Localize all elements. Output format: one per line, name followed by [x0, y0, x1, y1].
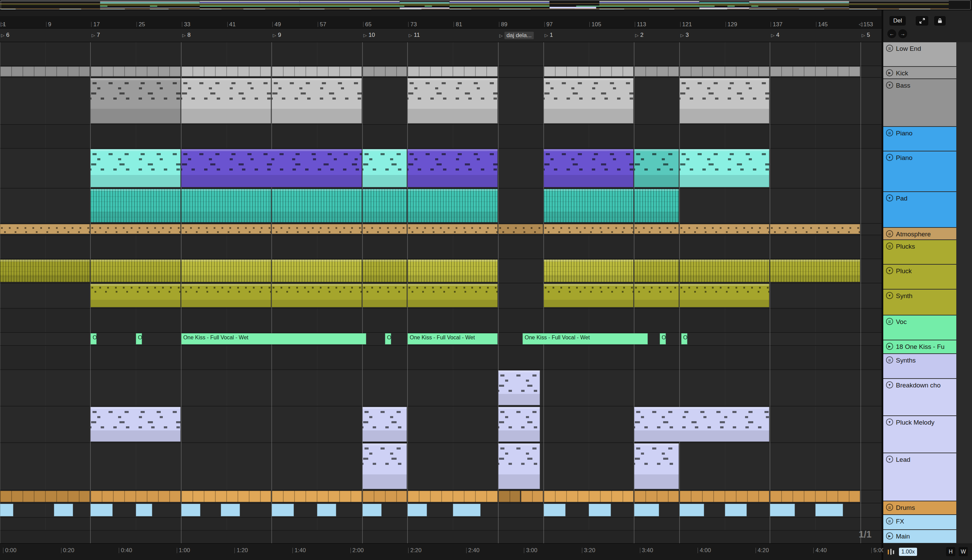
loop-end-brace[interactable]: ◁ — [859, 21, 863, 27]
delete-button[interactable]: Del — [889, 16, 906, 26]
track-lane-plucks[interactable] — [0, 235, 882, 259]
clip[interactable] — [362, 284, 407, 307]
locator-marker[interactable]: ▷5 — [862, 32, 870, 38]
locator-marker[interactable]: ▷2 — [635, 32, 643, 38]
clip[interactable] — [680, 78, 769, 123]
clip[interactable] — [90, 407, 180, 442]
clip[interactable] — [634, 407, 769, 442]
clip[interactable] — [680, 491, 769, 502]
clip[interactable] — [362, 224, 407, 234]
clip[interactable]: One Kiss - Full Vocal - Wet — [181, 333, 366, 345]
clip[interactable] — [272, 491, 361, 502]
locator-marker[interactable]: ▷daj dela... — [499, 32, 534, 39]
clip[interactable] — [90, 260, 180, 282]
track-lane-main[interactable] — [0, 518, 882, 531]
clip[interactable] — [181, 491, 271, 502]
zoom-width-button[interactable]: W — [959, 547, 968, 556]
play-arrow-icon[interactable]: ▶ — [886, 343, 893, 350]
clip[interactable] — [408, 284, 497, 307]
clip[interactable] — [90, 149, 180, 187]
track-display-area[interactable]: OOOne Kiss - Full Vocal - WetOOne Kiss -… — [0, 42, 882, 543]
clip[interactable] — [181, 224, 271, 234]
clip[interactable]: One Kiss - Full Vocal - Wet — [408, 333, 497, 345]
clip[interactable] — [634, 491, 679, 502]
group-unfold-icon[interactable]: ≡ — [886, 357, 893, 363]
clip[interactable] — [90, 189, 180, 222]
zoom-height-button[interactable]: H — [946, 547, 955, 556]
clip[interactable] — [408, 224, 497, 234]
clip[interactable]: O — [660, 333, 666, 345]
clip[interactable] — [815, 504, 843, 516]
clip[interactable] — [634, 189, 679, 222]
locator-marker[interactable]: ▷11 — [409, 32, 420, 38]
clip[interactable] — [90, 491, 180, 502]
track-header-bass[interactable]: ▼Bass — [883, 79, 956, 126]
clip[interactable] — [362, 260, 407, 282]
track-lane-piano[interactable] — [0, 149, 882, 188]
clip[interactable] — [90, 504, 112, 516]
track-lane-atmosphere[interactable] — [0, 224, 882, 235]
clip[interactable] — [362, 149, 407, 187]
time-ruler[interactable]: 0:000:200:401:001:201:402:002:202:403:00… — [0, 543, 882, 560]
clip[interactable] — [272, 504, 294, 516]
clip[interactable] — [408, 78, 497, 123]
clip[interactable] — [544, 224, 633, 234]
clip[interactable] — [680, 504, 705, 516]
clip[interactable]: O — [136, 333, 142, 345]
clip[interactable] — [272, 189, 361, 222]
clip[interactable] — [408, 491, 497, 502]
track-lane-pluck-melody[interactable] — [0, 407, 882, 443]
fold-arrow-icon[interactable]: ▼ — [886, 381, 893, 388]
track-lane-pluck[interactable] — [0, 259, 882, 283]
track-lane-drums[interactable] — [0, 490, 882, 503]
track-header-breakdown-cho[interactable]: ▼Breakdown cho — [883, 379, 956, 415]
clip[interactable] — [408, 260, 497, 282]
group-unfold-icon[interactable]: ≡ — [886, 45, 893, 52]
clip[interactable] — [362, 491, 407, 502]
clip[interactable] — [544, 78, 633, 123]
clip[interactable] — [544, 149, 633, 187]
back-arrow-button[interactable]: ← — [887, 29, 896, 38]
locator-marker[interactable]: ▷3 — [681, 32, 689, 38]
clip[interactable] — [136, 504, 152, 516]
track-lane-synth[interactable] — [0, 283, 882, 308]
fold-arrow-icon[interactable]: ▼ — [886, 194, 893, 202]
track-header-lead[interactable]: ▼Lead — [883, 453, 956, 501]
clip[interactable] — [408, 149, 497, 187]
clip[interactable] — [544, 189, 633, 222]
locator-marker[interactable]: ▷9 — [273, 32, 281, 38]
locator-marker[interactable]: ▷8 — [182, 32, 190, 38]
clip[interactable] — [181, 78, 271, 123]
clip[interactable] — [544, 260, 633, 282]
clip[interactable] — [770, 224, 860, 234]
fold-arrow-icon[interactable]: ▼ — [886, 267, 893, 274]
clip[interactable] — [498, 491, 520, 502]
clip[interactable] — [0, 491, 90, 502]
track-lane-synths[interactable] — [0, 346, 882, 370]
clip[interactable] — [0, 260, 90, 282]
track-header-pluck[interactable]: ▼Pluck — [883, 265, 956, 289]
clip[interactable] — [362, 504, 382, 516]
clip[interactable] — [90, 67, 180, 77]
group-unfold-icon[interactable]: ≡ — [886, 242, 893, 250]
clip[interactable] — [317, 504, 336, 516]
clip[interactable] — [181, 149, 362, 187]
clip[interactable] — [408, 67, 497, 77]
group-unfold-icon[interactable]: ≡ — [886, 129, 893, 137]
clip[interactable] — [272, 224, 361, 234]
playback-speed-field[interactable]: 1.00x — [899, 548, 917, 556]
arrangement-overview[interactable] — [0, 0, 972, 10]
track-header-synth[interactable]: ▼Synth — [883, 290, 956, 315]
clip[interactable] — [770, 260, 860, 282]
clip[interactable] — [90, 224, 180, 234]
track-header-plucks[interactable]: ≡Plucks — [883, 240, 956, 264]
track-lane-low-end[interactable] — [0, 42, 882, 66]
clip[interactable] — [272, 284, 361, 307]
locator-marker[interactable]: ▷6 — [1, 32, 9, 38]
track-header-kick[interactable]: ▶Kick — [883, 67, 956, 78]
track-header-low-end[interactable]: ≡Low End — [883, 42, 956, 66]
clip[interactable] — [634, 443, 679, 489]
clip[interactable] — [362, 407, 407, 442]
clip[interactable] — [498, 370, 540, 405]
track-lane-voc[interactable] — [0, 308, 882, 333]
